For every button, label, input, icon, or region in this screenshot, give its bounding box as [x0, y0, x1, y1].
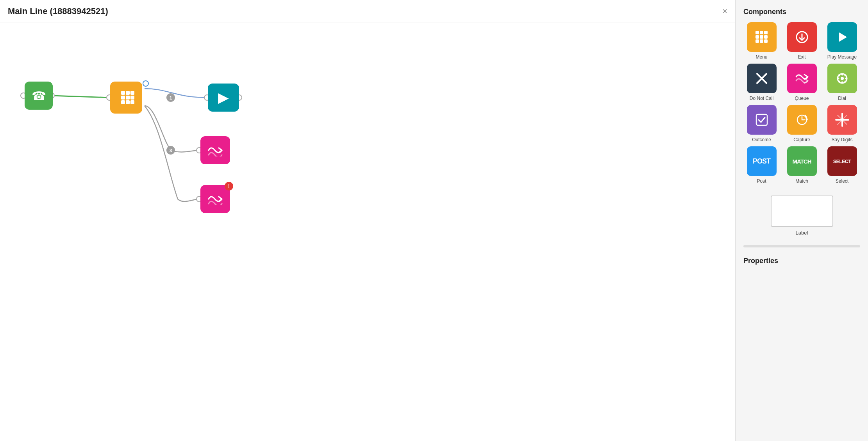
- label-preview: [771, 196, 833, 227]
- node-queue-2[interactable]: !: [200, 185, 230, 213]
- panel-divider[interactable]: [743, 245, 860, 247]
- component-btn-capture[interactable]: [787, 105, 817, 135]
- canvas-header: Main Line (18883942521) ×: [0, 0, 735, 23]
- component-label-exit: Exit: [798, 54, 805, 60]
- component-label-select: Select: [836, 178, 848, 184]
- canvas-area: Main Line (18883942521) × 1 3: [0, 0, 735, 441]
- svg-text:3: 3: [170, 148, 172, 153]
- svg-point-37: [838, 75, 840, 76]
- component-say-digits[interactable]: Say Digits: [824, 105, 860, 142]
- components-section: Components Menu: [736, 0, 868, 192]
- component-match[interactable]: MATCH Match: [784, 146, 820, 184]
- component-btn-exit[interactable]: [787, 22, 817, 52]
- svg-point-38: [841, 74, 843, 76]
- component-btn-do-not-call[interactable]: [747, 64, 777, 93]
- component-label-menu: Menu: [755, 54, 767, 60]
- component-queue[interactable]: Queue: [784, 64, 820, 101]
- svg-rect-25: [755, 35, 759, 39]
- node-menu[interactable]: [110, 82, 142, 114]
- component-label-dial: Dial: [838, 96, 846, 101]
- component-do-not-call[interactable]: Do Not Call: [743, 64, 780, 101]
- error-badge: !: [225, 182, 233, 190]
- component-menu[interactable]: Menu: [743, 22, 780, 60]
- node-queue-1[interactable]: [200, 136, 230, 164]
- svg-rect-29: [760, 39, 763, 43]
- node-phone[interactable]: ☎: [25, 82, 53, 110]
- component-btn-say-digits[interactable]: [827, 105, 857, 135]
- svg-point-41: [844, 81, 846, 83]
- label-text: Label: [796, 230, 808, 236]
- component-btn-menu[interactable]: [747, 22, 777, 52]
- component-btn-play-message[interactable]: [827, 22, 857, 52]
- component-label-queue: Queue: [795, 96, 809, 101]
- svg-text:1: 1: [170, 95, 172, 101]
- svg-rect-24: [764, 31, 768, 34]
- svg-point-43: [838, 81, 840, 83]
- svg-rect-13: [121, 91, 125, 95]
- svg-point-40: [845, 78, 847, 80]
- canvas-body[interactable]: 1 3 ☎: [0, 23, 735, 441]
- properties-section: Properties: [736, 249, 868, 279]
- close-button[interactable]: ×: [722, 7, 727, 16]
- component-btn-dial[interactable]: [827, 64, 857, 93]
- panel-toggle[interactable]: ▶: [735, 213, 736, 228]
- svg-rect-16: [121, 96, 125, 100]
- svg-rect-19: [121, 100, 125, 104]
- component-label-play-message: Play Message: [827, 54, 857, 60]
- component-label-capture: Capture: [793, 137, 810, 142]
- component-label-post: Post: [757, 178, 766, 184]
- right-panel: ▶ Components: [735, 0, 868, 441]
- component-btn-outcome[interactable]: [747, 105, 777, 135]
- svg-rect-14: [126, 91, 130, 95]
- svg-rect-17: [126, 96, 130, 100]
- component-btn-post[interactable]: POST: [747, 146, 777, 176]
- svg-rect-22: [755, 31, 759, 34]
- svg-rect-45: [756, 114, 767, 125]
- svg-rect-27: [764, 35, 768, 39]
- component-exit[interactable]: Exit: [784, 22, 820, 60]
- component-btn-select[interactable]: SELECT: [827, 146, 857, 176]
- svg-point-44: [837, 78, 839, 80]
- components-grid: Menu Exit Play Messag: [743, 22, 860, 184]
- component-label-outcome: Outcome: [752, 137, 771, 142]
- component-dial[interactable]: Dial: [824, 64, 860, 101]
- svg-point-1: [143, 81, 148, 86]
- svg-rect-28: [755, 39, 759, 43]
- component-btn-queue[interactable]: [787, 64, 817, 93]
- svg-line-0: [52, 96, 109, 98]
- svg-rect-18: [130, 96, 134, 100]
- component-label-say-digits: Say Digits: [831, 137, 852, 142]
- svg-rect-23: [760, 31, 763, 34]
- components-title: Components: [743, 8, 860, 16]
- properties-title: Properties: [743, 257, 860, 265]
- svg-point-4: [166, 146, 175, 155]
- canvas-title: Main Line (18883942521): [8, 6, 108, 16]
- svg-rect-20: [126, 100, 130, 104]
- svg-rect-30: [764, 39, 768, 43]
- component-capture[interactable]: Capture: [784, 105, 820, 142]
- component-label-match: Match: [795, 178, 808, 184]
- svg-marker-32: [839, 32, 847, 42]
- svg-rect-26: [760, 35, 763, 39]
- component-outcome[interactable]: Outcome: [743, 105, 780, 142]
- component-btn-match[interactable]: MATCH: [787, 146, 817, 176]
- node-play-message[interactable]: ▶: [208, 84, 239, 112]
- svg-point-36: [841, 77, 844, 80]
- svg-rect-15: [130, 91, 134, 95]
- component-post[interactable]: POST Post: [743, 146, 780, 184]
- svg-point-39: [844, 75, 846, 76]
- component-label-do-not-call: Do Not Call: [750, 96, 773, 101]
- svg-point-42: [841, 82, 843, 84]
- svg-point-2: [166, 93, 175, 102]
- label-section: Label: [736, 192, 868, 244]
- component-play-message[interactable]: Play Message: [824, 22, 860, 60]
- component-select[interactable]: SELECT Select: [824, 146, 860, 184]
- svg-rect-21: [130, 100, 134, 104]
